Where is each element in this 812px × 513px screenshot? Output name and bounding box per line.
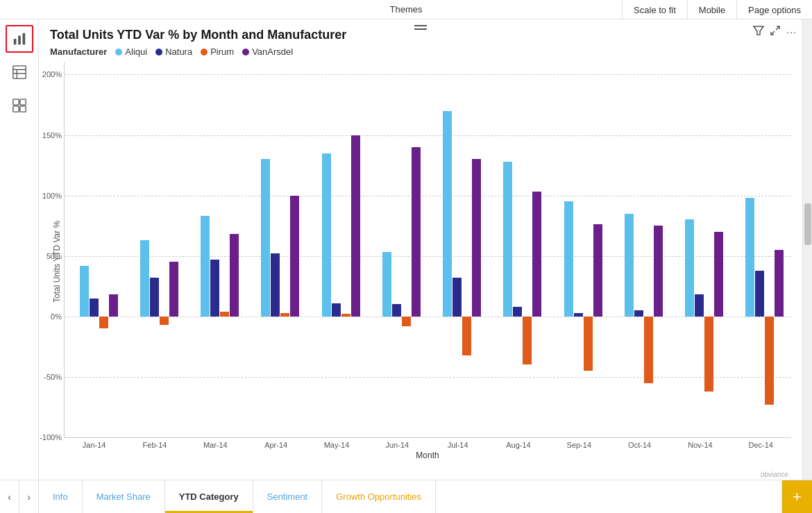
x-label-Dec-14: Dec-14 bbox=[731, 441, 791, 449]
bar-Feb-14-1 bbox=[150, 278, 159, 317]
x-label-Aug-14: Aug-14 bbox=[488, 441, 548, 449]
grid-line-0 bbox=[65, 317, 791, 317]
legend-dot-pirum bbox=[201, 49, 208, 56]
x-label-May-14: May-14 bbox=[306, 441, 366, 449]
tab-sentiment[interactable]: Sentiment bbox=[253, 480, 323, 513]
drag-handle[interactable] bbox=[414, 25, 427, 30]
bar-Jul-14-2 bbox=[462, 317, 471, 355]
legend-item-pirum: Pirum bbox=[201, 47, 234, 57]
bar-Oct-14-3 bbox=[654, 226, 663, 317]
tab-market-share[interactable]: Market Share bbox=[83, 480, 165, 513]
tab-add-button[interactable]: + bbox=[781, 480, 812, 513]
svg-rect-9 bbox=[12, 106, 18, 112]
legend-dot-natura bbox=[155, 49, 162, 56]
bar-Nov-14-2 bbox=[704, 317, 713, 392]
bar-Sep-14-3 bbox=[593, 224, 602, 316]
y-axis-tick-150: 150% bbox=[39, 131, 62, 140]
tab-forward-button[interactable]: › bbox=[19, 480, 39, 513]
bar-Mar-14-1 bbox=[210, 260, 219, 317]
y-axis-tick--100: -100% bbox=[39, 433, 62, 441]
toolbar-themes[interactable]: Themes bbox=[376, 1, 437, 17]
scrollbar[interactable] bbox=[802, 19, 812, 480]
more-options-icon[interactable]: ··· bbox=[786, 26, 797, 37]
bar-Nov-14-0 bbox=[685, 219, 694, 316]
x-label-Feb-14: Feb-14 bbox=[124, 441, 185, 449]
grid-line-50 bbox=[65, 256, 791, 257]
legend-item-vanarsdel: VanArsdel bbox=[242, 47, 293, 57]
bar-Feb-14-0 bbox=[140, 240, 149, 317]
bar-Jan-14-3 bbox=[109, 294, 118, 316]
bar-Jun-14-3 bbox=[412, 147, 421, 317]
bar-Jun-14-2 bbox=[402, 317, 411, 326]
bar-Dec-14-3 bbox=[775, 250, 784, 317]
x-label-Apr-14: Apr-14 bbox=[246, 441, 306, 449]
bar-Dec-14-1 bbox=[755, 271, 764, 317]
x-label-Nov-14: Nov-14 bbox=[670, 441, 730, 449]
legend: Manufacturer Aliqui Natura Pirum VanArsd… bbox=[50, 47, 791, 57]
x-label-Jul-14: Jul-14 bbox=[428, 441, 488, 449]
grid-line-150 bbox=[65, 135, 791, 136]
bar-Apr-14-2 bbox=[280, 313, 289, 317]
toolbar-scale-to-fit[interactable]: Scale to fit bbox=[622, 0, 687, 19]
bar-May-14-3 bbox=[351, 135, 360, 317]
bar-Oct-14-2 bbox=[644, 317, 653, 383]
bar-Feb-14-3 bbox=[169, 262, 178, 316]
dashboard-icon[interactable] bbox=[6, 92, 33, 119]
toolbar-mobile[interactable]: Mobile bbox=[687, 0, 736, 19]
svg-rect-2 bbox=[22, 33, 25, 45]
bar-Mar-14-0 bbox=[201, 216, 210, 317]
bar-Nov-14-1 bbox=[695, 294, 704, 316]
tab-ytd-category[interactable]: YTD Category bbox=[165, 480, 253, 513]
grid-line-200 bbox=[65, 74, 791, 75]
tab-growth-opportunities[interactable]: Growth Opportunities bbox=[322, 480, 436, 513]
watermark: obviance bbox=[761, 471, 788, 478]
bar-Aug-14-1 bbox=[513, 307, 522, 317]
x-label-Oct-14: Oct-14 bbox=[609, 441, 670, 449]
y-axis-tick-100: 100% bbox=[39, 192, 62, 200]
bar-Aug-14-2 bbox=[523, 317, 532, 365]
legend-dot-aliqui bbox=[115, 49, 122, 56]
bottom-tabs: ‹ › Info Market Share YTD Category Senti… bbox=[0, 480, 812, 513]
x-label-Sep-14: Sep-14 bbox=[549, 441, 609, 449]
bar-Jul-14-0 bbox=[443, 111, 452, 317]
svg-marker-11 bbox=[754, 26, 763, 35]
y-axis-tick--50: -50% bbox=[39, 373, 62, 381]
x-label-Mar-14: Mar-14 bbox=[185, 441, 246, 449]
legend-item-natura: Natura bbox=[155, 47, 192, 57]
bar-Feb-14-2 bbox=[160, 317, 169, 325]
legend-dot-vanarsdel bbox=[242, 49, 249, 56]
bar-May-14-1 bbox=[332, 303, 341, 317]
bar-Sep-14-2 bbox=[584, 317, 593, 371]
x-label-Jan-14: Jan-14 bbox=[64, 441, 124, 449]
grid-line--50 bbox=[65, 377, 791, 378]
svg-rect-3 bbox=[12, 66, 25, 78]
toolbar-page-options[interactable]: Page options bbox=[736, 0, 812, 19]
bar-Apr-14-1 bbox=[271, 253, 280, 317]
chart-area: ··· Total Units YTD Var % by Month and M… bbox=[39, 19, 802, 480]
bar-chart-icon[interactable] bbox=[6, 25, 33, 53]
y-axis-label: Total Units YTD Var % bbox=[50, 62, 64, 460]
legend-label: Manufacturer bbox=[50, 47, 107, 57]
scrollbar-thumb[interactable] bbox=[804, 203, 811, 245]
bar-Dec-14-2 bbox=[765, 317, 774, 405]
bar-Apr-14-0 bbox=[261, 159, 270, 316]
grid-line--100 bbox=[65, 437, 791, 438]
table-icon[interactable] bbox=[6, 58, 33, 86]
chart-toolbar: ··· bbox=[753, 25, 797, 39]
expand-icon[interactable] bbox=[770, 25, 781, 39]
bar-Jun-14-0 bbox=[382, 252, 391, 316]
y-axis-tick-200: 200% bbox=[39, 70, 62, 78]
tab-info[interactable]: Info bbox=[39, 480, 83, 513]
x-axis: Jan-14Feb-14Mar-14Apr-14May-14Jun-14Jul-… bbox=[64, 441, 791, 449]
bar-Oct-14-1 bbox=[634, 310, 643, 317]
bar-Aug-14-3 bbox=[532, 192, 541, 316]
bar-Jan-14-1 bbox=[90, 298, 99, 317]
x-axis-title: Month bbox=[64, 451, 791, 460]
bar-Aug-14-0 bbox=[503, 162, 512, 317]
bar-Jan-14-0 bbox=[80, 266, 89, 317]
filter-icon[interactable] bbox=[753, 25, 764, 39]
tab-back-button[interactable]: ‹ bbox=[0, 480, 19, 513]
bar-Jul-14-3 bbox=[472, 159, 481, 316]
y-axis-tick-0: 0% bbox=[39, 312, 62, 321]
chart-container: Total Units YTD Var % 200%150%100%50%0%-… bbox=[50, 62, 791, 460]
